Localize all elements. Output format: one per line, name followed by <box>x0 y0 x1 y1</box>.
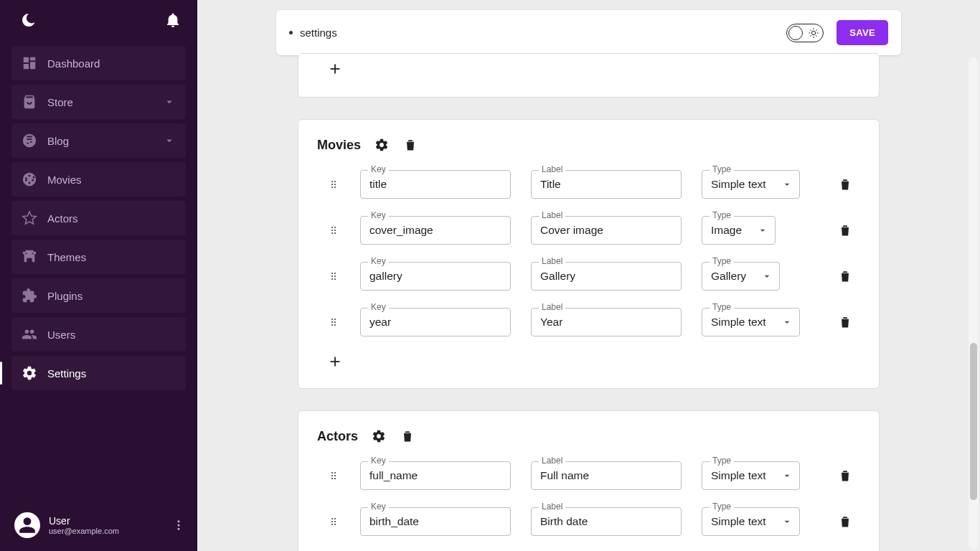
svg-point-13 <box>334 230 336 231</box>
scrollbar[interactable] <box>969 57 979 550</box>
label-value: Birth date <box>532 515 596 528</box>
chevron-down-icon <box>760 270 773 283</box>
key-input[interactable]: Key title <box>360 170 511 199</box>
svg-point-23 <box>334 319 336 320</box>
drag-handle-icon[interactable] <box>327 516 340 527</box>
add-field-button[interactable] <box>327 61 343 77</box>
field-label: Key <box>368 501 389 512</box>
avatar[interactable] <box>14 512 40 538</box>
type-select[interactable]: Type Image <box>702 216 776 245</box>
card-delete-button[interactable] <box>402 137 418 153</box>
save-button[interactable]: SAVE <box>837 20 888 45</box>
label-value: Gallery <box>532 270 584 283</box>
svg-point-25 <box>334 321 336 323</box>
field-label: Key <box>368 256 389 266</box>
field-row: Key year Label Year Type Simple text <box>317 308 860 336</box>
svg-point-19 <box>334 276 336 277</box>
key-input[interactable]: Key birth_date <box>360 507 511 536</box>
field-delete-button[interactable] <box>837 314 853 330</box>
field-label: Label <box>539 256 565 266</box>
sidebar-item-users[interactable]: Users <box>11 317 186 352</box>
sidebar-item-label: Dashboard <box>47 57 100 70</box>
blog-icon <box>22 133 37 149</box>
svg-point-15 <box>334 232 336 234</box>
drag-handle-icon[interactable] <box>327 316 340 328</box>
sidebar-item-actors[interactable]: Actors <box>11 201 186 235</box>
label-input[interactable]: Label Full name <box>531 461 682 490</box>
svg-point-12 <box>331 230 333 231</box>
sidebar-item-plugins[interactable]: Plugins <box>11 278 186 313</box>
field-delete-button[interactable] <box>837 222 853 238</box>
card-delete-button[interactable] <box>400 428 415 444</box>
field-delete-button[interactable] <box>837 268 853 284</box>
theme-toggle[interactable] <box>786 24 824 42</box>
key-input[interactable]: Key full_name <box>360 461 511 490</box>
label-input[interactable]: Label Cover image <box>531 216 682 245</box>
svg-point-33 <box>334 478 336 479</box>
chevron-down-icon <box>163 134 176 147</box>
sidebar-item-store[interactable]: Store <box>11 85 186 119</box>
type-select[interactable]: Type Simple text <box>702 461 800 490</box>
sidebar-item-blog[interactable]: Blog <box>11 123 186 158</box>
label-input[interactable]: Label Gallery <box>531 262 682 291</box>
svg-point-11 <box>334 227 336 228</box>
key-input[interactable]: Key year <box>360 308 511 336</box>
type-value: Image <box>702 224 750 237</box>
svg-point-7 <box>334 184 336 185</box>
field-row: Key gallery Label Gallery Type Gallery <box>317 262 860 291</box>
field-label: Type <box>710 164 734 174</box>
key-input[interactable]: Key cover_image <box>360 216 511 245</box>
field-label: Label <box>539 456 565 466</box>
themes-icon <box>22 249 37 265</box>
label-input[interactable]: Label Birth date <box>531 507 682 536</box>
drag-handle-icon[interactable] <box>327 179 340 190</box>
drag-handle-icon[interactable] <box>327 470 340 481</box>
field-label: Label <box>539 302 565 312</box>
content-scroll[interactable]: Movies Key title Label Title Type Simple… <box>276 47 901 551</box>
sidebar-item-label: Blog <box>47 135 69 147</box>
drag-handle-icon[interactable] <box>327 270 340 282</box>
store-icon <box>22 94 37 110</box>
drag-handle-icon[interactable] <box>327 225 340 236</box>
sidebar-footer: User user@example.com <box>0 502 197 551</box>
scrollbar-thumb[interactable] <box>970 343 977 501</box>
field-label: Type <box>710 456 734 466</box>
field-row: Key title Label Title Type Simple text <box>317 170 860 199</box>
user-email: user@example.com <box>49 527 119 535</box>
field-delete-button[interactable] <box>837 514 853 529</box>
svg-point-21 <box>334 278 336 280</box>
label-input[interactable]: Label Year <box>531 308 682 336</box>
key-value: year <box>361 316 400 329</box>
notifications-icon[interactable] <box>164 11 182 32</box>
card-settings-button[interactable] <box>374 137 390 153</box>
sidebar-item-settings[interactable]: Settings <box>11 356 186 390</box>
label-input[interactable]: Label Title <box>531 170 682 199</box>
sidebar-item-dashboard[interactable]: Dashboard <box>11 46 186 80</box>
sidebar-item-themes[interactable]: Themes <box>11 240 186 274</box>
field-label: Type <box>710 501 734 512</box>
side-nav: Dashboard Store Blog Movies Actors Theme… <box>0 46 197 390</box>
svg-point-14 <box>331 232 333 234</box>
type-select[interactable]: Type Simple text <box>702 308 800 336</box>
type-select[interactable]: Type Gallery <box>702 262 780 291</box>
field-delete-button[interactable] <box>837 468 853 484</box>
field-delete-button[interactable] <box>837 176 853 192</box>
user-menu-button[interactable] <box>171 519 186 532</box>
type-select[interactable]: Type Simple text <box>702 507 800 536</box>
chevron-down-icon <box>781 178 793 191</box>
type-select[interactable]: Type Simple text <box>702 170 800 199</box>
svg-point-20 <box>331 278 333 280</box>
card-settings-button[interactable] <box>371 428 387 444</box>
svg-point-35 <box>334 518 336 519</box>
sidebar-item-movies[interactable]: Movies <box>11 162 186 197</box>
add-field-button[interactable] <box>327 354 343 369</box>
type-value: Simple text <box>702 515 775 528</box>
card-movies: Movies Key title Label Title Type Simple… <box>298 119 880 389</box>
label-value: Full name <box>532 469 598 482</box>
field-label: Type <box>710 302 734 312</box>
field-label: Label <box>539 501 565 512</box>
field-row: Key cover_image Label Cover image Type I… <box>317 216 860 245</box>
svg-point-18 <box>331 276 333 277</box>
app-logo <box>20 11 37 32</box>
key-input[interactable]: Key gallery <box>360 262 511 291</box>
